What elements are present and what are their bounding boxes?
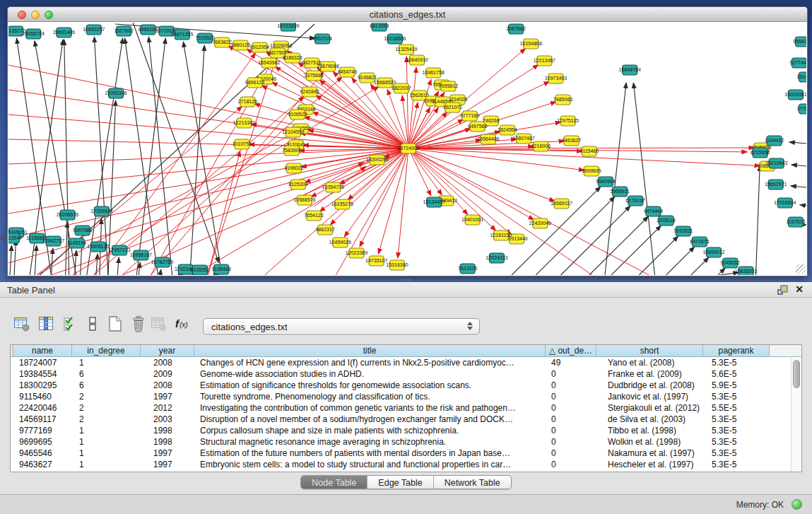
table-row[interactable]: 911546021997Tourette syndrome. Phenomeno… <box>11 391 801 402</box>
table-cell[interactable]: 9699695 <box>13 436 72 448</box>
network-node[interactable]: 9196022 <box>284 163 304 173</box>
network-node[interactable]: 12975115 <box>557 116 579 126</box>
network-node[interactable]: 9777169 <box>460 111 480 121</box>
create-table-icon[interactable] <box>106 315 124 333</box>
table-row[interactable]: 2242004622012Investigating the contribut… <box>11 402 801 414</box>
table-cell[interactable]: 1 <box>72 357 141 368</box>
table-cell[interactable]: 2009 <box>141 368 194 380</box>
table-cell[interactable]: 9463627 <box>13 459 72 470</box>
network-node[interactable]: 6497568 <box>468 122 488 132</box>
network-node[interactable]: 8822037 <box>392 83 411 93</box>
table-cell[interactable]: Nakamura et al. (1997) <box>596 448 703 459</box>
tab-network-table[interactable]: Network Table <box>434 476 511 489</box>
table-cell[interactable]: 2012 <box>141 402 194 414</box>
table-cell[interactable]: 1997 <box>141 391 194 402</box>
network-node[interactable]: 17359924 <box>90 206 112 216</box>
network-node[interactable]: 1145194 <box>67 238 86 248</box>
table-cell[interactable]: 14569117 <box>13 414 72 425</box>
network-node[interactable]: 7485063 <box>553 95 573 105</box>
table-cell[interactable]: 5.9E-5 <box>703 380 770 391</box>
network-node[interactable]: 9860125 <box>231 40 251 50</box>
table-cell[interactable]: 0 <box>546 425 596 436</box>
network-node[interactable]: 16033809 <box>277 23 299 31</box>
network-node[interactable]: 9640954 <box>596 177 616 187</box>
network-node[interactable]: 9699695 <box>582 166 601 176</box>
table-cell[interactable]: Franke et al. (2009) <box>596 368 703 380</box>
table-cell[interactable]: Embryonic stem cells: a model to study s… <box>194 459 546 470</box>
column-display-icon[interactable] <box>37 315 55 333</box>
network-node[interactable]: 10835203 <box>735 267 757 275</box>
network-node[interactable]: 8125304 <box>288 180 308 189</box>
table-cell[interactable]: 5.3E-5 <box>703 425 770 436</box>
table-cell[interactable]: Changes of HCN gene expression and I(f) … <box>194 357 546 368</box>
network-node[interactable]: 9245052 <box>721 258 741 268</box>
table-cell[interactable]: Dudbridge et al. (2008) <box>596 380 703 391</box>
network-window-titlebar[interactable]: citations_edges.txt <box>8 7 807 22</box>
network-node[interactable]: 12161150 <box>490 230 512 240</box>
scrollbar-thumb[interactable] <box>793 360 800 388</box>
table-cell[interactable]: Genome-wide association studies in ADHD. <box>194 368 546 380</box>
table-cell[interactable]: Disruption of a novel member of a sodium… <box>194 414 546 425</box>
network-node[interactable]: 8912954 <box>250 42 270 52</box>
table-row[interactable]: 1456911722003Disruption of a novel membe… <box>11 414 801 425</box>
table-cell[interactable]: 2 <box>72 402 141 414</box>
table-row[interactable]: 1872400712008Changes of HCN gene express… <box>11 357 801 368</box>
table-cell[interactable]: 49 <box>546 357 596 368</box>
table-cell[interactable]: Estimation of significance thresholds fo… <box>194 380 546 391</box>
network-node[interactable]: 3375685 <box>304 71 324 81</box>
network-node[interactable]: 10024361 <box>784 90 806 100</box>
table-cell[interactable]: 18724007 <box>13 357 72 368</box>
column-header-year[interactable]: year <box>141 345 194 356</box>
table-cell[interactable]: 5.3E-5 <box>703 436 770 448</box>
rows-icon[interactable] <box>86 315 98 333</box>
table-cell[interactable]: 19384554 <box>13 368 72 380</box>
network-node[interactable]: 1621072 <box>443 103 463 112</box>
table-cell[interactable]: 1 <box>72 459 141 470</box>
network-node[interactable]: 20206576 <box>57 210 78 220</box>
network-graph[interactable]: 1872400776638229860125891295413226058982… <box>8 23 806 275</box>
network-node[interactable]: 9156448 <box>211 264 231 274</box>
table-cell[interactable]: Tourette syndrome. Phenomenology and cla… <box>194 391 546 402</box>
network-node[interactable]: 10807487 <box>513 134 535 144</box>
table-cell[interactable]: 1 <box>72 448 141 459</box>
table-cell[interactable]: Structural magnetic resonance image aver… <box>194 436 546 448</box>
table-cell[interactable]: Wolkin et al. (1998) <box>596 436 703 448</box>
network-node[interactable]: 16640910 <box>406 55 428 65</box>
table-row[interactable]: 1938455462009Genome-wide association stu… <box>11 368 801 380</box>
network-node[interactable]: 20691406 <box>53 28 75 37</box>
network-node[interactable]: 10588576 <box>293 195 315 205</box>
table-cell[interactable]: 5.3E-5 <box>703 414 770 425</box>
table-cell[interactable]: 5.3E-5 <box>703 459 770 470</box>
column-header-pagerank[interactable]: pagerank <box>703 345 770 356</box>
table-cell[interactable]: 1998 <box>141 436 194 448</box>
table-cell[interactable]: 5.3E-5 <box>703 448 770 459</box>
network-node[interactable]: 9463627 <box>562 136 582 146</box>
table-cell[interactable]: 6 <box>72 380 141 391</box>
table-cell[interactable]: 0 <box>546 448 596 459</box>
network-node[interactable]: 16543982 <box>258 58 280 68</box>
network-node[interactable]: 8186328 <box>283 53 302 63</box>
table-cell[interactable]: 5.3E-5 <box>703 391 770 402</box>
network-node[interactable]: 15692971 <box>765 180 787 189</box>
network-node[interactable]: 6179197 <box>626 196 646 206</box>
network-node[interactable]: 10654012 <box>702 247 724 257</box>
delete-table-icon[interactable] <box>129 315 148 333</box>
network-node[interactable]: 9474444 <box>644 206 664 216</box>
network-node[interactable]: 7623105 <box>458 264 478 274</box>
table-row[interactable]: 969969511998Structural magnetic resonanc… <box>11 436 801 448</box>
window-resize-grip[interactable] <box>796 264 806 274</box>
table-cell[interactable]: 0 <box>546 459 596 470</box>
column-header-short[interactable]: short <box>596 345 703 356</box>
network-node[interactable]: 16782759 <box>151 257 173 267</box>
close-panel-icon[interactable]: ✕ <box>795 284 804 295</box>
network-node[interactable]: 9115460 <box>579 146 599 156</box>
table-cell[interactable]: 5.5E-5 <box>703 402 770 414</box>
column-header-in_degree[interactable]: in_degree <box>72 345 141 356</box>
table-settings-icon[interactable] <box>13 315 31 333</box>
network-node[interactable]: 12213967 <box>534 56 555 66</box>
table-cell[interactable]: 22420046 <box>13 402 72 414</box>
network-node[interactable]: 9554375 <box>793 37 806 47</box>
import-table-icon[interactable] <box>150 315 168 333</box>
table-cell[interactable]: 9777169 <box>13 425 72 436</box>
table-row[interactable]: 946554611997Estimation of the future num… <box>11 448 801 459</box>
